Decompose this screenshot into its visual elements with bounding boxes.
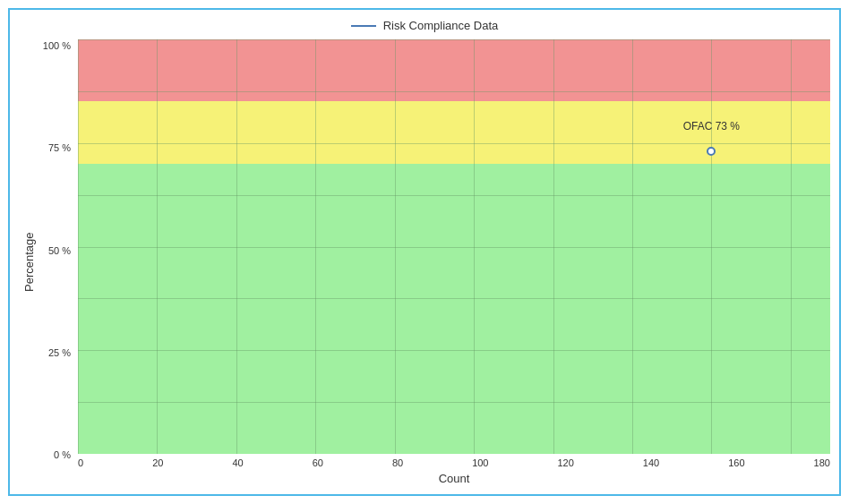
x-tick-80: 80 [392, 457, 403, 468]
x-tick-40: 40 [232, 457, 243, 468]
chart-container: Risk Compliance Data Percentage 100 % 75… [8, 8, 841, 496]
x-tick-160: 160 [728, 457, 744, 468]
chart-body: Percentage 100 % 75 % 50 % 25 % 0 % OFAC… [19, 39, 830, 485]
legend-line-icon [351, 25, 376, 27]
x-axis-label: Count [78, 472, 830, 485]
y-axis-ticks: 100 % 75 % 50 % 25 % 0 % [40, 39, 78, 485]
x-tick-140: 140 [643, 457, 659, 468]
y-axis-label: Percentage [19, 39, 39, 485]
legend-label: Risk Compliance Data [383, 19, 499, 32]
band-red [78, 39, 830, 101]
x-tick-100: 100 [472, 457, 488, 468]
x-tick-0: 0 [78, 457, 83, 468]
data-point [707, 147, 716, 156]
band-green [78, 164, 830, 454]
y-tick-75: 75 % [48, 143, 71, 153]
y-tick-100: 100 % [43, 41, 71, 51]
chart-legend: Risk Compliance Data [19, 19, 830, 32]
y-tick-25: 25 % [48, 348, 71, 358]
plot-area-wrapper: OFAC 73 % 0 20 40 60 80 100 120 140 160 … [78, 39, 830, 485]
band-yellow [78, 101, 830, 163]
x-tick-120: 120 [557, 457, 573, 468]
x-tick-20: 20 [152, 457, 163, 468]
data-point-label: OFAC 73 % [683, 120, 740, 132]
y-tick-0: 0 % [54, 450, 71, 460]
x-axis-ticks: 0 20 40 60 80 100 120 140 160 180 [78, 454, 830, 468]
y-tick-50: 50 % [48, 246, 71, 256]
plot-area: OFAC 73 % [78, 39, 830, 454]
x-tick-180: 180 [814, 457, 830, 468]
x-tick-60: 60 [313, 457, 323, 468]
